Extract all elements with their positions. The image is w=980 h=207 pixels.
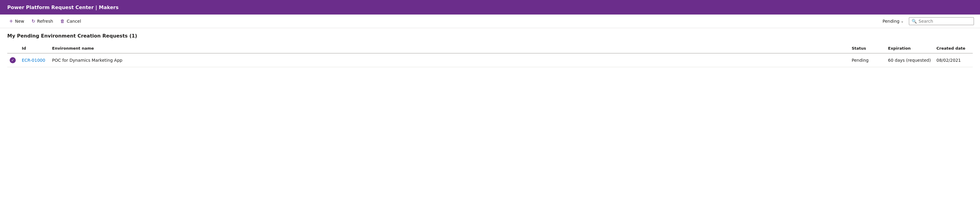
col-id-header: Id: [22, 44, 52, 53]
row-id-cell: ECR-01000: [22, 53, 52, 67]
col-env-name-header: Environment name: [52, 44, 852, 53]
new-button[interactable]: + New: [6, 17, 27, 25]
search-box[interactable]: 🔍: [909, 17, 974, 25]
refresh-button-label: Refresh: [37, 19, 53, 24]
toolbar-left: + New ↻ Refresh 🗑 Cancel: [6, 17, 878, 25]
row-expiration-cell: 60 days (requested): [888, 53, 936, 67]
app-title: Power Platform Request Center | Makers: [7, 5, 119, 10]
refresh-button[interactable]: ↻ Refresh: [29, 17, 56, 25]
search-icon: 🔍: [912, 19, 917, 24]
new-button-label: New: [15, 19, 24, 24]
row-id-link[interactable]: ECR-01000: [22, 58, 45, 63]
col-created-header: Created date: [936, 44, 973, 53]
row-status-cell: Pending: [852, 53, 888, 67]
chevron-down-icon: ⌄: [901, 19, 904, 23]
row-checked-icon: ✓: [10, 57, 16, 63]
section-title: My Pending Environment Creation Requests…: [7, 33, 973, 39]
row-selector-cell[interactable]: ✓: [7, 53, 22, 67]
cancel-button-label: Cancel: [67, 19, 81, 24]
filter-dropdown[interactable]: Pending ⌄: [880, 17, 907, 25]
refresh-icon: ↻: [32, 19, 35, 24]
row-created-date-cell: 08/02/2021: [936, 53, 973, 67]
table-header-row: Id Environment name Status Expiration Cr…: [7, 44, 973, 53]
toolbar-right: Pending ⌄ 🔍: [880, 17, 974, 25]
cancel-button[interactable]: 🗑 Cancel: [57, 17, 84, 25]
search-input[interactable]: [919, 19, 971, 24]
col-selector-header: [7, 44, 22, 53]
row-env-name-cell: POC for Dynamics Marketing App: [52, 53, 852, 67]
toolbar: + New ↻ Refresh 🗑 Cancel Pending ⌄ 🔍: [0, 14, 980, 28]
requests-table: Id Environment name Status Expiration Cr…: [7, 44, 973, 67]
col-expiration-header: Expiration: [888, 44, 936, 53]
main-content: My Pending Environment Creation Requests…: [0, 28, 980, 72]
table-row[interactable]: ✓ ECR-01000 POC for Dynamics Marketing A…: [7, 53, 973, 67]
delete-icon: 🗑: [60, 19, 65, 24]
filter-value-label: Pending: [883, 19, 899, 24]
header-bar: Power Platform Request Center | Makers: [0, 0, 980, 14]
col-status-header: Status: [852, 44, 888, 53]
plus-icon: +: [9, 19, 13, 24]
